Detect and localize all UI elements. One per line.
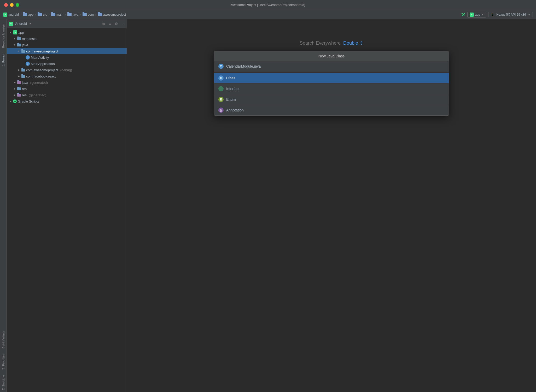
label-app: app — [18, 31, 24, 34]
maximize-button[interactable] — [16, 3, 19, 7]
arrow-app — [9, 31, 12, 34]
popup-icon-enum: E — [218, 97, 224, 102]
tree-item-main-activity[interactable]: C MainActivity — [7, 54, 127, 61]
label-main-activity: MainActivity — [31, 56, 49, 60]
label-manifests: manifests — [22, 37, 37, 41]
panel-icons: ⊕ ≡ ⚙ − — [102, 22, 125, 26]
main-content: Search Everywhere Double ⇧ New Java Clas… — [127, 19, 536, 392]
icon-java — [17, 44, 21, 46]
icon-com-awesomeproject — [21, 50, 25, 53]
panel-title: Android — [15, 22, 27, 26]
arrow-main-activity — [21, 56, 25, 59]
sidebar-item-structure[interactable]: Z: Structure — [1, 373, 6, 392]
close-button[interactable] — [4, 3, 8, 7]
folder-icon-src — [38, 13, 42, 16]
popup-icon-class: C — [218, 75, 224, 81]
device-icon: 📱 — [491, 13, 494, 16]
breadcrumb-bar: A android › app › src › main › java › co… — [0, 10, 536, 19]
breadcrumb-src[interactable]: src — [43, 13, 47, 16]
icon-app: A — [13, 30, 17, 34]
label-java-generated: java — [22, 81, 28, 85]
tree-item-com-awesomeproject[interactable]: com.awesomeproject — [7, 48, 127, 54]
tree-item-java-generated[interactable]: java (generated) — [7, 79, 127, 86]
settings-icon[interactable]: ⚙ — [114, 22, 118, 26]
search-hint-text: Search Everywhere — [300, 40, 341, 46]
tree-item-com-facebook-react[interactable]: com.facebook.react — [7, 73, 127, 79]
search-hint: Search Everywhere Double ⇧ — [300, 40, 363, 46]
label-main-application: MainApplication — [31, 62, 55, 66]
run-config-dropdown[interactable]: A app ▼ — [467, 12, 486, 17]
tree-item-gradle-scripts[interactable]: G Gradle Scripts — [7, 98, 127, 104]
popup-item-annotation[interactable]: @ Annotation — [214, 105, 449, 115]
tree-item-java[interactable]: java — [7, 42, 127, 48]
label-com-debug: com.awesomeproject — [26, 68, 58, 72]
icon-main-application: C — [26, 62, 30, 66]
tree-item-com-awesomeproject-debug[interactable]: com.awesomeproject (debug) — [7, 67, 127, 73]
android-panel-icon: A — [9, 22, 13, 26]
breadcrumb-main[interactable]: main — [56, 13, 63, 16]
folder-icon-com — [83, 13, 87, 16]
build-icon[interactable]: ⚒ — [461, 12, 465, 17]
folder-icon-java — [67, 13, 72, 16]
run-config-label: app — [475, 13, 480, 16]
panel-header: A Android ▼ ⊕ ≡ ⚙ − — [7, 19, 127, 28]
popup-label-annotation: Annotation — [226, 108, 244, 112]
popup-title: New Java Class — [214, 51, 449, 61]
arrow-gradle — [9, 100, 12, 103]
arrow-res-generated — [13, 93, 16, 97]
run-config-icon: A — [470, 13, 474, 17]
arrow-manifests — [13, 37, 16, 40]
arrow-main-application — [21, 62, 25, 65]
label-java: java — [22, 43, 28, 47]
project-panel: A Android ▼ ⊕ ≡ ⚙ − A app manifests — [7, 19, 127, 392]
arrow-com-debug — [17, 68, 20, 72]
popup-label-interface: Interface — [226, 87, 240, 91]
tree-item-res-generated[interactable]: res (generated) — [7, 92, 127, 98]
tree-item-app[interactable]: A app — [7, 29, 127, 35]
search-hint-shortcut: Double ⇧ — [343, 40, 363, 46]
folder-icon-main — [51, 13, 55, 16]
icon-gradle: G — [13, 99, 17, 103]
main-layout: Resource Manager 1: Project Build Varian… — [0, 19, 536, 392]
run-config-arrow: ▼ — [481, 13, 484, 16]
sidebar-item-resource-manager[interactable]: Resource Manager — [1, 21, 6, 50]
popup-label-class: Class — [226, 76, 235, 80]
popup-item-enum[interactable]: E Enum — [214, 94, 449, 105]
breadcrumb-com[interactable]: com — [88, 13, 94, 16]
minimize-button[interactable] — [10, 3, 14, 7]
device-selector[interactable]: 📱 Nexus 5X API 29 x86 ▼ — [488, 12, 533, 17]
popup-icon-calendar-module: C — [218, 64, 224, 69]
tree-item-res[interactable]: res — [7, 86, 127, 92]
tree-item-main-application[interactable]: C MainApplication — [7, 61, 127, 67]
sidebar-item-project[interactable]: 1: Project — [1, 52, 6, 68]
title-bar: AwesomeProject [~/src/AwesomeProject/and… — [0, 0, 536, 10]
android-icon: A — [3, 13, 7, 17]
locate-icon[interactable]: ⊕ — [102, 22, 106, 26]
icon-res — [17, 87, 21, 90]
label-com-awesomeproject: com.awesomeproject — [26, 49, 58, 53]
breadcrumb-java[interactable]: java — [73, 13, 78, 16]
popup-item-interface[interactable]: I Interface — [214, 84, 449, 94]
breadcrumb-android[interactable]: android — [8, 13, 19, 16]
popup-label-calendar-module: CalendarModule.java — [226, 64, 261, 68]
popup-icon-interface: I — [218, 86, 224, 91]
popup-label-enum: Enum — [226, 97, 236, 102]
label-com-debug-suffix: (debug) — [60, 68, 72, 72]
panel-dropdown-arrow[interactable]: ▼ — [29, 22, 32, 25]
folder-icon-app — [23, 13, 27, 16]
icon-res-generated — [17, 94, 21, 97]
label-com-facebook: com.facebook.react — [26, 74, 56, 78]
icon-com-facebook — [21, 75, 25, 78]
tree-item-manifests[interactable]: manifests — [7, 35, 127, 42]
popup-icon-annotation: @ — [218, 108, 224, 113]
sidebar-item-favorites[interactable]: 2: Favorites — [1, 352, 6, 371]
popup-item-calendar-module[interactable]: C CalendarModule.java — [214, 61, 449, 72]
breadcrumb-app[interactable]: app — [28, 13, 33, 16]
sidebar-item-build-variants[interactable]: Build Variants — [1, 329, 6, 351]
breadcrumb-awesomeproject[interactable]: awesomeproject — [103, 13, 126, 16]
popup-item-class[interactable]: C Class — [214, 73, 449, 84]
collapse-icon[interactable]: ≡ — [108, 22, 112, 26]
icon-java-generated — [17, 81, 21, 84]
hide-icon[interactable]: − — [120, 22, 125, 26]
left-side-tabs: Resource Manager 1: Project Build Varian… — [0, 19, 7, 392]
